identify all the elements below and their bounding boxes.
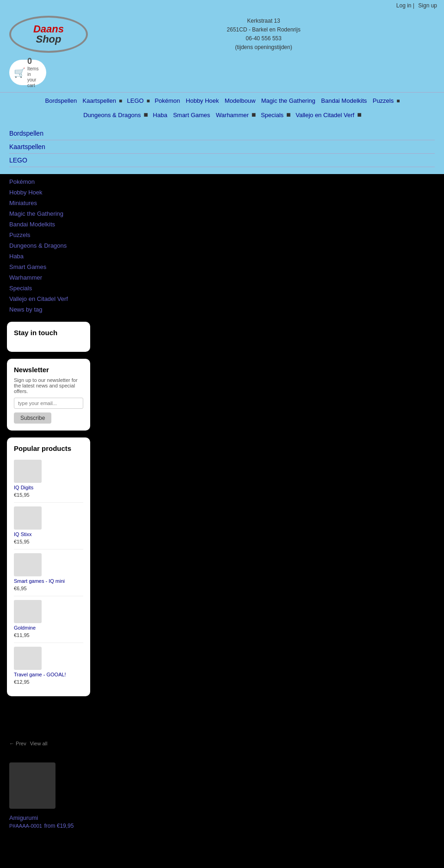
nav-vallejo[interactable]: Vallejo en Citadel Verf: [296, 112, 354, 119]
featured-product-name[interactable]: Amigurumi: [9, 814, 435, 821]
newsletter-widget: Newsletter Sign up to our newsletter for…: [7, 359, 90, 431]
sidebar-magic[interactable]: Magic the Gathering: [9, 208, 435, 219]
sidebar-puzzels[interactable]: Puzzels: [9, 230, 435, 240]
login-link[interactable]: Log in: [396, 2, 412, 9]
product-thumb-3: [14, 553, 42, 576]
nav-lego[interactable]: LEGO: [127, 97, 144, 104]
nav-bordspellen[interactable]: Bordspellen: [45, 97, 77, 104]
featured-product-image: [9, 762, 56, 809]
product-price-2: €15,95: [14, 539, 30, 544]
address-phone: 06-40 556 553: [92, 34, 435, 43]
product-price-4: €11,95: [14, 632, 30, 638]
sidebar-dnd[interactable]: Dungeons & Dragons: [9, 240, 435, 251]
sidebar-expanded: Pokémon Hobby Hoek Miniatures Magic the …: [0, 174, 444, 317]
header-main: Daans Shop Kerkstraat 13 2651CD - Barkel…: [0, 11, 444, 57]
product-price-5: €12,95: [14, 679, 30, 685]
product-name-2: IQ Stixx: [14, 531, 83, 537]
nav-smart-games[interactable]: Smart Games: [173, 112, 210, 119]
featured-product-price: from €19,95: [44, 823, 74, 829]
pipe-separator: |: [413, 2, 414, 9]
sidebar-hobby-hoek[interactable]: Hobby Hoek: [9, 187, 435, 198]
newsletter-description: Sign up to our newsletter for the latest…: [14, 377, 83, 394]
nav-bandai[interactable]: Bandai Modelkits: [321, 97, 367, 104]
header-top: Log in | Sign up: [0, 0, 444, 11]
sidebar-widgets: Stay in touch Newsletter Sign up to our …: [0, 317, 97, 734]
main-layout: Stay in touch Newsletter Sign up to our …: [0, 317, 444, 734]
product-item-5[interactable]: Travel game - GOOAL! €12,95: [14, 643, 83, 689]
logo-container[interactable]: Daans Shop: [9, 16, 92, 53]
newsletter-email-input[interactable]: [14, 398, 83, 409]
address-line2: 2651CD - Barkel en Rodenrijs: [92, 25, 435, 34]
cart-count: 0: [27, 56, 32, 66]
pagination: ← Prev View all: [9, 738, 435, 749]
newsletter-title: Newsletter: [14, 366, 83, 374]
sidebar-smart-games[interactable]: Smart Games: [9, 262, 435, 272]
nav-warhammer[interactable]: Warhammer: [216, 112, 249, 119]
popular-products-title: Popular products: [14, 444, 83, 452]
footer-area: ← Prev View all: [0, 734, 444, 753]
featured-product-sku: P#AAAA-0001: [9, 823, 42, 829]
popular-products-widget: Popular products IQ Digits €15,95 IQ Sti…: [7, 437, 90, 696]
nav-specials[interactable]: Specials: [261, 112, 284, 119]
product-item-4[interactable]: Goldmine €11,95: [14, 596, 83, 643]
product-price-1: €15,95: [14, 492, 30, 498]
address-line1: Kerkstraat 13: [92, 17, 435, 25]
product-item-3[interactable]: Smart games - IQ mini €6,95: [14, 550, 83, 596]
logo-oval: Daans Shop: [9, 16, 88, 53]
sidebar-specials[interactable]: Specials: [9, 283, 435, 293]
address-hours: (tijdens openingstijden): [92, 43, 435, 52]
product-name-5: Travel game - GOOAL!: [14, 672, 83, 677]
stay-in-touch-widget: Stay in touch: [7, 322, 90, 352]
product-thumb-2: [14, 506, 42, 530]
product-thumb-4: [14, 600, 42, 623]
header-address: Kerkstraat 13 2651CD - Barkel en Rodenri…: [92, 17, 435, 52]
main-content: [97, 317, 444, 734]
pagination-prev[interactable]: ← Prev: [9, 741, 26, 746]
product-item-2[interactable]: IQ Stixx €15,95: [14, 503, 83, 550]
signup-link[interactable]: Sign up: [418, 2, 437, 9]
sidebar-miniatures[interactable]: Miniatures: [9, 198, 435, 208]
cart-widget[interactable]: 🛒 0 Items in your cart: [9, 60, 46, 85]
sidebar-nav-blue: Bordspellen Kaartspellen LEGO: [0, 125, 444, 174]
stay-touch-icons: [14, 340, 83, 345]
sidebar-bandai[interactable]: Bandai Modelkits: [9, 219, 435, 230]
sidebar-blue-bordspellen[interactable]: Bordspellen: [9, 127, 435, 140]
sidebar-pokemon[interactable]: Pokémon: [9, 176, 435, 187]
nav-dnd[interactable]: Dungeons & Dragons: [83, 112, 141, 119]
sidebar-haba[interactable]: Haba: [9, 251, 435, 262]
nav-magic[interactable]: Magic the Gathering: [261, 97, 315, 104]
logo-shop-text: Shop: [36, 33, 62, 45]
nav-row2: Dungeons & Dragons■ Haba Smart Games War…: [0, 108, 444, 125]
cart-area: 🛒 0 Items in your cart: [0, 57, 444, 92]
nav-puzzels[interactable]: Puzzels: [373, 97, 394, 104]
cart-label: Items in your cart: [27, 66, 42, 88]
product-item-1[interactable]: IQ Digits €15,95: [14, 456, 83, 503]
nav-hobby-hoek[interactable]: Hobby Hoek: [186, 97, 219, 104]
nav-row1: Bordspellen Kaartspellen■ LEGO■ Pokémon …: [0, 92, 444, 108]
nav-haba[interactable]: Haba: [153, 112, 167, 119]
nav-pokemon[interactable]: Pokémon: [154, 97, 180, 104]
featured-product-area: Amigurumi P#AAAA-0001 from €19,95: [0, 753, 444, 839]
cart-icon: 🛒: [14, 67, 25, 78]
sidebar-vallejo[interactable]: Vallejo en Citadel Verf: [9, 293, 435, 304]
nav-modelbouw[interactable]: Modelbouw: [225, 97, 256, 104]
product-name-1: IQ Digits: [14, 485, 83, 490]
subscribe-button[interactable]: Subscribe: [14, 412, 51, 424]
view-all-link[interactable]: View all: [30, 741, 48, 746]
product-name-4: Goldmine: [14, 625, 83, 631]
product-price-3: €6,95: [14, 586, 27, 591]
sidebar-warhammer[interactable]: Warhammer: [9, 272, 435, 283]
sidebar-blue-kaartspellen[interactable]: Kaartspellen: [9, 140, 435, 154]
sidebar-blue-lego[interactable]: LEGO: [9, 154, 435, 167]
product-thumb-5: [14, 647, 42, 670]
stay-in-touch-title: Stay in touch: [14, 329, 83, 337]
product-thumb-1: [14, 460, 42, 483]
nav-kaartspellen[interactable]: Kaartspellen: [83, 97, 116, 104]
product-name-3: Smart games - IQ mini: [14, 578, 83, 584]
sidebar-news-by-tag[interactable]: News by tag: [9, 304, 435, 315]
